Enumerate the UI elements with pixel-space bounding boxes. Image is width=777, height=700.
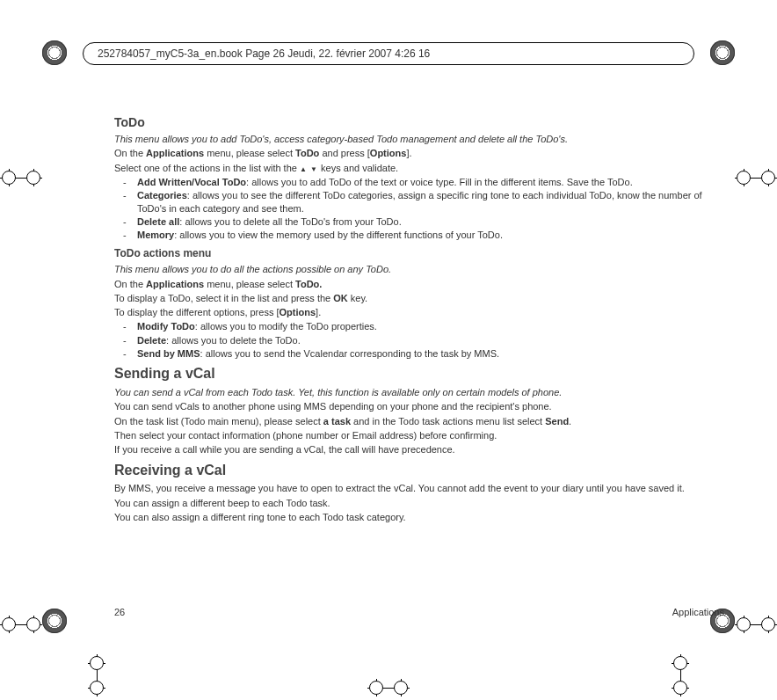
actions-line1: On the Applications menu, please select … [114,278,724,290]
list-item: Delete all: allows you to delete all the… [114,215,724,228]
todo-line1: On the Applications menu, please select … [114,147,724,159]
document-header-bar: 252784057_myC5-3a_en.book Page 26 Jeudi,… [83,42,694,65]
receiving-p1: By MMS, you receive a message you have t… [114,482,724,494]
list-item: Modify ToDo: allows you to modify the To… [114,320,724,332]
list-item: Send by MMS: allows you to send the Vcal… [114,347,724,360]
sending-vcal-intro: You can send a vCal from each Todo task.… [114,386,724,398]
register-mark-icon [710,40,735,65]
actions-line3: To display the different options, press … [114,306,724,318]
receiving-vcal-heading: Receiving a vCal [114,462,724,480]
register-mark-icon [42,40,67,65]
footer-section-name: Applications [672,607,724,617]
list-item: Categories: allows you to see the differ… [114,189,724,215]
receiving-p3: You can also assign a different ring ton… [114,511,724,523]
list-item: Add Written/Vocal ToDo: allows you to ad… [114,176,724,188]
todo-line2: Select one of the actions in the list wi… [114,162,724,174]
sending-p2: On the task list (Todo main menu), pleas… [114,415,724,427]
crop-mark-icon [735,169,777,186]
sending-vcal-heading: Sending a vCal [114,365,724,383]
list-item: Memory: allows you to view the memory us… [114,229,724,241]
sending-p3: Then select your contact information (ph… [114,429,724,441]
crop-mark-icon [0,616,42,633]
receiving-p2: You can assign a different beep to each … [114,497,724,509]
actions-line2: To display a ToDo, select it in the list… [114,292,724,304]
crop-mark-icon [735,616,777,633]
crop-mark-icon [672,654,689,696]
crop-mark-icon [0,169,42,186]
sending-p1: You can send vCals to another phone usin… [114,400,724,412]
todo-items-list: Add Written/Vocal ToDo: allows you to ad… [114,176,724,241]
crop-mark-icon [367,679,410,696]
list-item: Delete: allows you to delete the ToDo. [114,334,724,346]
nav-arrows-icon: ▲ ▼ [300,165,318,173]
todo-heading: ToDo [114,114,724,130]
sending-p4: If you receive a call while you are send… [114,443,724,456]
actions-items-list: Modify ToDo: allows you to modify the To… [114,320,724,360]
document-header-text: 252784057_myC5-3a_en.book Page 26 Jeudi,… [98,47,430,60]
page-footer: 26 Applications [114,607,724,617]
actions-menu-heading: ToDo actions menu [114,247,724,261]
page-content: ToDo This menu allows you to add ToDo's,… [114,109,724,525]
todo-intro: This menu allows you to add ToDo's, acce… [114,133,724,145]
crop-mark-icon [88,654,105,696]
page-number: 26 [114,607,125,617]
register-mark-icon [42,609,67,633]
actions-menu-intro: This menu allows you to do all the actio… [114,263,724,275]
